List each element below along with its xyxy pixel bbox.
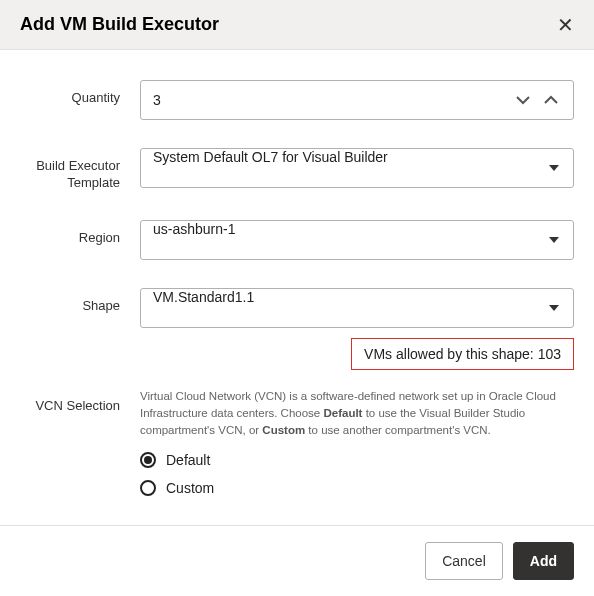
close-icon: ✕	[557, 14, 574, 36]
caret-down-icon	[549, 305, 573, 311]
region-row: Region us-ashburn-1	[20, 220, 574, 260]
shape-row: Shape VM.Standard1.1 VMs allowed by this…	[20, 288, 574, 370]
vcn-radio-group: Default Custom	[140, 452, 574, 496]
vcn-description: Virtual Cloud Network (VCN) is a softwar…	[140, 388, 574, 440]
vms-allowed-text: VMs allowed by this shape: 103	[364, 346, 561, 362]
quantity-increase-button[interactable]	[543, 95, 559, 105]
caret-down-icon	[549, 237, 573, 243]
chevron-down-icon	[515, 95, 531, 105]
chevron-up-icon	[543, 95, 559, 105]
dialog-title: Add VM Build Executor	[20, 14, 219, 35]
template-dropdown[interactable]: System Default OL7 for Visual Builder	[140, 148, 574, 188]
template-value: System Default OL7 for Visual Builder	[141, 149, 549, 187]
shape-value: VM.Standard1.1	[141, 289, 549, 327]
dialog-body: Quantity Build Executor Template System …	[0, 50, 594, 534]
quantity-label: Quantity	[20, 80, 140, 107]
quantity-stepper[interactable]	[140, 80, 574, 120]
vcn-option-default-label: Default	[166, 452, 210, 468]
quantity-input[interactable]	[141, 81, 515, 119]
close-button[interactable]: ✕	[557, 15, 574, 35]
region-dropdown[interactable]: us-ashburn-1	[140, 220, 574, 260]
vcn-label: VCN Selection	[20, 388, 140, 415]
radio-checked-icon	[140, 452, 156, 468]
quantity-row: Quantity	[20, 80, 574, 120]
dialog-footer: Cancel Add	[0, 525, 594, 596]
region-value: us-ashburn-1	[141, 221, 549, 259]
shape-label: Shape	[20, 288, 140, 315]
cancel-button[interactable]: Cancel	[425, 542, 503, 580]
vcn-option-custom[interactable]: Custom	[140, 480, 574, 496]
template-label: Build Executor Template	[20, 148, 140, 192]
vcn-row: VCN Selection Virtual Cloud Network (VCN…	[20, 388, 574, 496]
template-row: Build Executor Template System Default O…	[20, 148, 574, 192]
vcn-option-custom-label: Custom	[166, 480, 214, 496]
vms-allowed-badge: VMs allowed by this shape: 103	[351, 338, 574, 370]
dialog-header: Add VM Build Executor ✕	[0, 0, 594, 50]
shape-dropdown[interactable]: VM.Standard1.1	[140, 288, 574, 328]
region-label: Region	[20, 220, 140, 247]
caret-down-icon	[549, 165, 573, 171]
quantity-decrease-button[interactable]	[515, 95, 531, 105]
vcn-option-default[interactable]: Default	[140, 452, 574, 468]
add-button[interactable]: Add	[513, 542, 574, 580]
radio-unchecked-icon	[140, 480, 156, 496]
